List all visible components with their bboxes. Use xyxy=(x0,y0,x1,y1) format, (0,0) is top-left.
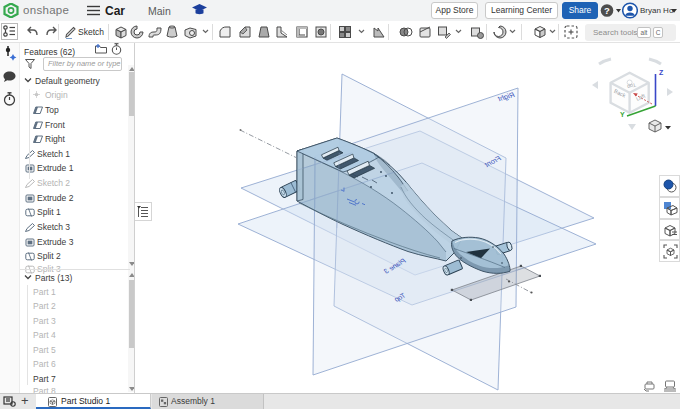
svg-text:Y: Y xyxy=(620,111,625,118)
svg-text:Z: Z xyxy=(659,69,664,76)
svg-text:?: ? xyxy=(604,5,610,16)
